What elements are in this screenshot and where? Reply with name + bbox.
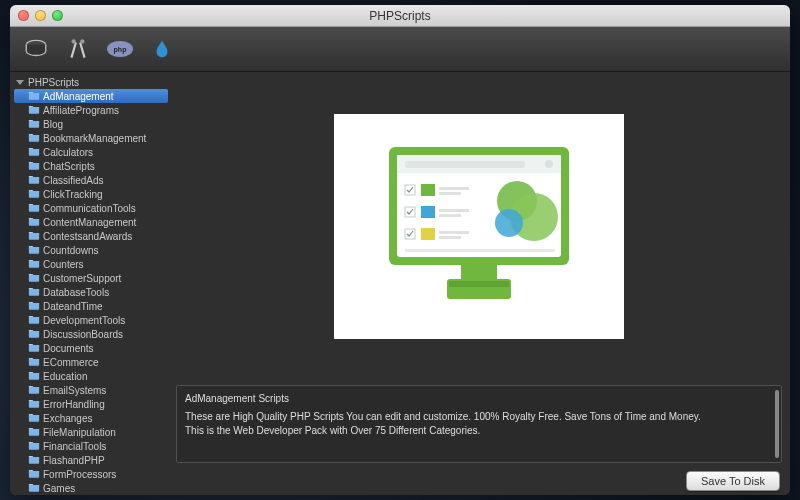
sidebar-item[interactable]: FileManipulation bbox=[14, 425, 168, 439]
folder-icon bbox=[28, 146, 40, 158]
sidebar-item[interactable]: FinancialTools bbox=[14, 439, 168, 453]
sidebar-item[interactable]: DateandTime bbox=[14, 299, 168, 313]
svg-text:php: php bbox=[114, 46, 127, 54]
svg-rect-21 bbox=[439, 236, 461, 239]
svg-rect-19 bbox=[421, 228, 435, 240]
sidebar-item[interactable]: FormProcessors bbox=[14, 467, 168, 481]
folder-icon bbox=[28, 216, 40, 228]
folder-icon bbox=[28, 202, 40, 214]
sidebar-item[interactable]: ECommerce bbox=[14, 355, 168, 369]
folder-icon bbox=[28, 174, 40, 186]
sidebar-item-label: AffiliatePrograms bbox=[43, 105, 119, 116]
sidebar-item-label: FlashandPHP bbox=[43, 455, 105, 466]
sidebar[interactable]: PHPScripts AdManagementAffiliatePrograms… bbox=[10, 72, 168, 495]
sidebar-item[interactable]: AffiliatePrograms bbox=[14, 103, 168, 117]
sidebar-item[interactable]: Documents bbox=[14, 341, 168, 355]
sidebar-item-label: FormProcessors bbox=[43, 469, 116, 480]
sidebar-item[interactable]: Calculators bbox=[14, 145, 168, 159]
sidebar-item[interactable]: Blog bbox=[14, 117, 168, 131]
sidebar-item[interactable]: ContestsandAwards bbox=[14, 229, 168, 243]
preview-image bbox=[334, 114, 624, 339]
sidebar-item[interactable]: EmailSystems bbox=[14, 383, 168, 397]
sidebar-item[interactable]: DiscussionBoards bbox=[14, 327, 168, 341]
folder-icon bbox=[28, 104, 40, 116]
folder-icon bbox=[28, 244, 40, 256]
sidebar-item-label: Exchanges bbox=[43, 413, 92, 424]
description-line2: This is the Web Developer Pack with Over… bbox=[185, 424, 773, 438]
folder-icon bbox=[28, 118, 40, 130]
folder-icon bbox=[28, 328, 40, 340]
sidebar-item-label: Games bbox=[43, 483, 75, 494]
main-panel: AdManagement Scripts These are High Qual… bbox=[168, 72, 790, 495]
sidebar-item-label: ErrorHandling bbox=[43, 399, 105, 410]
description-box: AdManagement Scripts These are High Qual… bbox=[176, 385, 782, 463]
sidebar-item-label: ContestsandAwards bbox=[43, 231, 132, 242]
sidebar-item-label: CommunicationTools bbox=[43, 203, 136, 214]
svg-point-1 bbox=[72, 39, 76, 43]
svg-rect-25 bbox=[405, 249, 555, 252]
folder-icon bbox=[28, 412, 40, 424]
svg-rect-8 bbox=[405, 161, 525, 168]
sidebar-root-label: PHPScripts bbox=[28, 77, 79, 88]
sidebar-item-label: CustomerSupport bbox=[43, 273, 121, 284]
save-to-disk-button[interactable]: Save To Disk bbox=[686, 471, 780, 491]
sidebar-item-label: FileManipulation bbox=[43, 427, 116, 438]
folder-icon bbox=[28, 440, 40, 452]
sidebar-item[interactable]: ErrorHandling bbox=[14, 397, 168, 411]
folder-icon bbox=[28, 230, 40, 242]
toolbar-icon-1[interactable] bbox=[22, 35, 50, 63]
sidebar-item-label: Countdowns bbox=[43, 245, 99, 256]
sidebar-item[interactable]: DevelopmentTools bbox=[14, 313, 168, 327]
sidebar-item-label: EmailSystems bbox=[43, 385, 106, 396]
toolbar-icon-2[interactable] bbox=[64, 35, 92, 63]
sidebar-item-label: DiscussionBoards bbox=[43, 329, 123, 340]
folder-icon bbox=[28, 454, 40, 466]
app-window: PHPScripts php PHPScripts AdManagementAf… bbox=[10, 5, 790, 495]
description-line1: These are High Quality PHP Scripts You c… bbox=[185, 410, 773, 424]
sidebar-item[interactable]: CustomerSupport bbox=[14, 271, 168, 285]
sidebar-item[interactable]: Counters bbox=[14, 257, 168, 271]
sidebar-item[interactable]: AdManagement bbox=[14, 89, 168, 103]
sidebar-item-label: AdManagement bbox=[43, 91, 114, 102]
sidebar-item[interactable]: ClassifiedAds bbox=[14, 173, 168, 187]
sidebar-item-label: ECommerce bbox=[43, 357, 99, 368]
toolbar-icon-php[interactable]: php bbox=[106, 35, 134, 63]
sidebar-item[interactable]: FlashandPHP bbox=[14, 453, 168, 467]
folder-icon bbox=[28, 370, 40, 382]
sidebar-item[interactable]: DatabaseTools bbox=[14, 285, 168, 299]
sidebar-item[interactable]: Exchanges bbox=[14, 411, 168, 425]
sidebar-item-label: ClassifiedAds bbox=[43, 175, 104, 186]
folder-icon bbox=[28, 132, 40, 144]
svg-rect-12 bbox=[439, 187, 469, 190]
sidebar-item[interactable]: Games bbox=[14, 481, 168, 495]
sidebar-item-label: Blog bbox=[43, 119, 63, 130]
folder-icon bbox=[28, 482, 40, 494]
svg-rect-20 bbox=[439, 231, 469, 234]
sidebar-root[interactable]: PHPScripts bbox=[14, 76, 168, 89]
toolbar: php bbox=[10, 27, 790, 72]
preview-area bbox=[168, 72, 790, 381]
sidebar-item[interactable]: CommunicationTools bbox=[14, 201, 168, 215]
folder-icon bbox=[28, 384, 40, 396]
sidebar-item-label: DevelopmentTools bbox=[43, 315, 125, 326]
footer: Save To Disk bbox=[168, 467, 790, 495]
folder-icon bbox=[28, 342, 40, 354]
folder-icon bbox=[28, 160, 40, 172]
svg-rect-26 bbox=[461, 265, 497, 279]
sidebar-item-label: Calculators bbox=[43, 147, 93, 158]
toolbar-icon-drop[interactable] bbox=[148, 35, 176, 63]
folder-icon bbox=[28, 90, 40, 102]
svg-rect-13 bbox=[439, 192, 461, 195]
svg-rect-28 bbox=[449, 281, 509, 287]
window-title: PHPScripts bbox=[10, 9, 790, 23]
sidebar-item[interactable]: Education bbox=[14, 369, 168, 383]
sidebar-item-label: Education bbox=[43, 371, 87, 382]
sidebar-item[interactable]: ClickTracking bbox=[14, 187, 168, 201]
folder-icon bbox=[28, 314, 40, 326]
sidebar-item[interactable]: ContentManagement bbox=[14, 215, 168, 229]
svg-point-9 bbox=[545, 160, 553, 168]
sidebar-item[interactable]: ChatScripts bbox=[14, 159, 168, 173]
sidebar-item[interactable]: Countdowns bbox=[14, 243, 168, 257]
folder-icon bbox=[28, 426, 40, 438]
sidebar-item[interactable]: BookmarkManagement bbox=[14, 131, 168, 145]
